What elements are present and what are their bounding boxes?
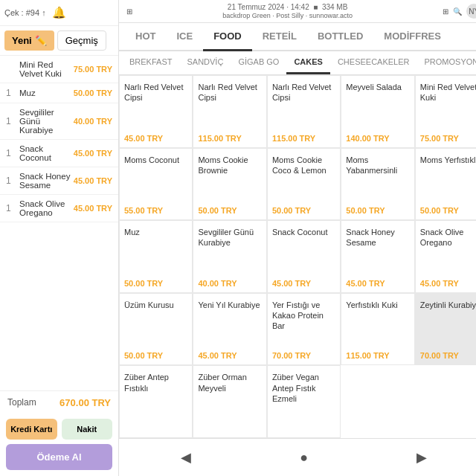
category-tab-ice[interactable]: ICE <box>166 23 203 51</box>
sub-tab-cakes[interactable]: CAKES <box>286 51 330 74</box>
search-icon: 🔍 <box>453 7 462 16</box>
check-icon: Çek : #94 ↑ <box>4 8 46 17</box>
product-price: 115.00 TRY <box>198 134 261 143</box>
product-name: Moms Yabanmersinli <box>346 155 409 202</box>
order-price: 45.00 TRY <box>74 204 112 213</box>
sub-tab-cheseecakeler[interactable]: CHESEECAKELER <box>330 51 417 74</box>
history-button[interactable]: Geçmiş <box>57 30 106 51</box>
product-card[interactable]: Snack Coconut 45.00 TRY <box>267 220 341 293</box>
product-price: 45.00 TRY <box>198 351 261 360</box>
product-name: Yer Fıstığı ve Kakao Protein Bar <box>272 300 335 347</box>
product-price: 45.00 TRY <box>420 279 476 288</box>
order-price: 75.00 TRY <box>74 65 112 74</box>
product-card[interactable]: Muz 50.00 TRY <box>119 220 193 293</box>
product-name: Yeni Yıl Kurabiye <box>198 300 261 347</box>
product-card[interactable]: Sevgililer Günü Kurabiye 40.00 TRY <box>193 220 266 293</box>
product-name: Narlı Red Velvet Cipsi <box>124 82 187 129</box>
product-card[interactable]: Snack Olive Oregano 45.00 TRY <box>415 220 476 293</box>
order-name: Sevgililer Günü Kurabiye <box>19 108 74 135</box>
checkout-button[interactable]: Ödeme Al <box>6 444 112 470</box>
product-card[interactable]: Meyveli Salada 140.00 TRY <box>341 75 414 148</box>
order-price: 45.00 TRY <box>74 149 112 158</box>
category-tab-food[interactable]: FOOD <box>203 23 252 51</box>
order-name: Mini Red Velvet Kuki <box>19 60 74 78</box>
product-card[interactable]: Moms Yerfıstıklı 50.00 TRY <box>415 148 476 221</box>
order-item[interactable]: 1 Sevgililer Günü Kurabiye 40.00 TRY <box>0 103 118 140</box>
order-item[interactable]: 1 Snack Coconut 45.00 TRY <box>0 140 118 167</box>
sub-tab-gigab-go[interactable]: GİGAB GO <box>231 51 286 74</box>
status-left: ⊞ <box>126 7 132 16</box>
product-price: 45.00 TRY <box>346 279 409 288</box>
user-icon: NY <box>466 4 476 19</box>
product-name: Snack Olive Oregano <box>420 227 476 274</box>
product-card[interactable]: Züber Orman Meyveli <box>193 365 266 438</box>
order-qty: 1 <box>6 88 16 98</box>
product-card[interactable]: Züber Vegan Antep Fıstık Ezmeli <box>267 365 341 438</box>
sub-tab-sandvic[interactable]: SANDVİÇ <box>179 51 231 74</box>
order-item[interactable]: Mini Red Velvet Kuki 75.00 TRY <box>0 56 118 83</box>
product-name: Moms Coconut <box>124 155 187 202</box>
product-name: Snack Honey Sesame <box>346 227 409 274</box>
product-card[interactable]: Narlı Red Velvet Cipsi 115.00 TRY <box>267 75 341 148</box>
product-name: Meyveli Salada <box>346 82 409 129</box>
sub-tab-promosyon[interactable]: PROMOSYON <box>417 51 477 74</box>
order-item[interactable]: 1 Snack Olive Oregano 45.00 TRY <box>0 195 118 222</box>
order-name: Muz <box>19 89 74 97</box>
cash-button[interactable]: Nakit <box>62 419 113 440</box>
new-label: Yeni <box>12 35 32 46</box>
new-order-button[interactable]: Yeni ✏️ <box>4 30 54 51</box>
order-name: Snack Olive Oregano <box>19 199 74 217</box>
product-price: 115.00 TRY <box>272 134 335 143</box>
product-card[interactable]: Moms Coconut 55.00 TRY <box>119 148 193 221</box>
home-button[interactable]: ● <box>292 447 315 469</box>
product-name: Züber Vegan Antep Fıstık Ezmeli <box>272 372 335 428</box>
order-price: 50.00 TRY <box>74 89 112 97</box>
category-tab-modiffres[interactable]: MODİFFRES <box>373 23 451 51</box>
product-name: Muz <box>124 227 187 274</box>
product-card[interactable]: Snack Honey Sesame 45.00 TRY <box>341 220 414 293</box>
order-name: Snack Honey Sesame <box>19 172 74 190</box>
product-price: 50.00 TRY <box>198 206 261 215</box>
sub-tab-brekfast[interactable]: BREKFAST <box>122 51 179 74</box>
sub-category-tabs: BREKFASTSANDVİÇGİGAB GOCAKESCHESEECAKELE… <box>119 51 476 75</box>
product-card[interactable]: Zeytinli Kurabiye 70.00 TRY <box>415 293 476 366</box>
prev-button[interactable]: ◀ <box>173 446 199 469</box>
product-card[interactable]: Moms Cookie Brownie 50.00 TRY <box>193 148 266 221</box>
category-tab-reteil[interactable]: RETEİL <box>252 23 307 51</box>
order-qty: 1 <box>6 116 16 126</box>
product-card[interactable]: Narlı Red Velvet Cipsi 115.00 TRY <box>193 75 266 148</box>
product-card[interactable]: Yeni Yıl Kurabiye 45.00 TRY <box>193 293 266 366</box>
product-card[interactable]: Yerfıstıklı Kuki 115.00 TRY <box>341 293 414 366</box>
product-price: 50.00 TRY <box>420 206 476 215</box>
product-card[interactable]: Moms Yabanmersinli 50.00 TRY <box>341 148 414 221</box>
category-tab-bottled[interactable]: BOTTLED <box>307 23 373 51</box>
product-name: Narlı Red Velvet Cipsi <box>272 82 335 129</box>
order-list: Mini Red Velvet Kuki 75.00 TRY 1 Muz 50.… <box>0 56 118 390</box>
product-card[interactable]: Üzüm Kurusu 50.00 TRY <box>119 293 193 366</box>
product-card[interactable]: Züber Antep Fıstıklı <box>119 365 193 438</box>
product-price: 70.00 TRY <box>272 351 335 360</box>
product-card[interactable]: Mini Red Velvet Kuki 75.00 TRY <box>415 75 476 148</box>
product-card[interactable]: Yer Fıstığı ve Kakao Protein Bar 70.00 T… <box>267 293 341 366</box>
product-price: 40.00 TRY <box>198 279 261 288</box>
product-name: Mini Red Velvet Kuki <box>420 82 476 129</box>
product-price: 50.00 TRY <box>272 206 335 215</box>
product-price: 50.00 TRY <box>346 206 409 215</box>
category-tab-hot[interactable]: HOT <box>125 23 166 51</box>
product-price: 75.00 TRY <box>420 134 476 143</box>
product-card[interactable]: Narlı Red Velvet Cipsi 45.00 TRY <box>119 75 193 148</box>
product-card[interactable]: Moms Cookie Coco & Lemon 50.00 TRY <box>267 148 341 221</box>
category-tabs: HOTICEFOODRETEİLBOTTLEDMODİFFRES <box>119 23 476 51</box>
order-item[interactable]: 1 Snack Honey Sesame 45.00 TRY <box>0 167 118 195</box>
next-button[interactable]: ▶ <box>409 446 434 469</box>
product-name: Moms Cookie Coco & Lemon <box>272 155 335 202</box>
order-item[interactable]: 1 Muz 50.00 TRY <box>0 83 118 103</box>
product-price: 50.00 TRY <box>124 351 187 360</box>
product-price: 115.00 TRY <box>346 351 409 360</box>
status-bar: ⊞ 21 Temmuz 2024 · 14:42 ■ 334 MB backdr… <box>119 0 476 23</box>
main-content: ⊞ 21 Temmuz 2024 · 14:42 ■ 334 MB backdr… <box>119 0 476 476</box>
credit-card-button[interactable]: Kredi Kartı <box>6 419 57 440</box>
order-qty: 1 <box>6 203 16 213</box>
sidebar-total: Toplam 670.00 TRY <box>0 390 118 414</box>
product-name: Snack Coconut <box>272 227 335 274</box>
